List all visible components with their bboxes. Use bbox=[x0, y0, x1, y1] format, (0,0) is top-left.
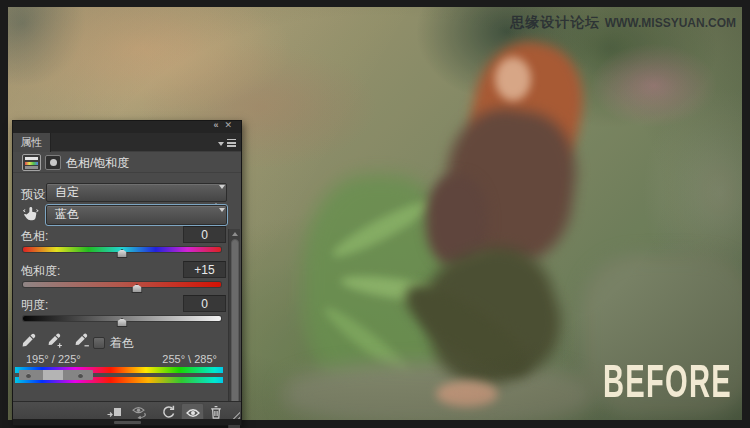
hue-spectrum-bars bbox=[15, 367, 223, 383]
menu-triangle-icon bbox=[218, 142, 224, 146]
panel-toolbar bbox=[13, 401, 241, 421]
screenshot-root: 思缘设计论坛 WWW.MISSYUAN.COM BEFORE «✕ 属性 色相/… bbox=[0, 0, 750, 428]
subtract-eyedropper-icon[interactable] bbox=[74, 333, 92, 352]
lightness-label: 明度: bbox=[21, 297, 48, 314]
panel-header: 色相/饱和度 bbox=[13, 152, 241, 173]
before-label: BEFORE bbox=[603, 357, 732, 404]
watermark: 思缘设计论坛 WWW.MISSYUAN.COM bbox=[510, 13, 736, 32]
hue-value-field[interactable]: 0 bbox=[183, 226, 226, 243]
saturation-value-field[interactable]: +15 bbox=[183, 261, 226, 278]
menu-lines-icon bbox=[227, 139, 236, 148]
colorize-checkbox[interactable] bbox=[93, 337, 105, 349]
saturation-slider-thumb[interactable] bbox=[131, 284, 142, 293]
panel-bottom-strip bbox=[13, 419, 241, 425]
scroll-up-icon[interactable] bbox=[232, 232, 238, 236]
hue-saturation-adjustment-icon bbox=[22, 154, 41, 171]
panel-title: 色相/饱和度 bbox=[66, 155, 129, 172]
preset-label: 预设: bbox=[21, 186, 48, 203]
targeted-adjustment-hand-icon[interactable] bbox=[22, 206, 40, 226]
colorize-label: 着色 bbox=[110, 335, 134, 352]
hue-range-readouts: 195° / 225° 255° \ 285° bbox=[26, 353, 217, 365]
hue-range-inner-band[interactable] bbox=[43, 370, 63, 380]
channel-value: 蓝色 bbox=[55, 207, 79, 221]
panel-tab-bar: 属性 bbox=[13, 133, 241, 152]
hue-range-slider[interactable] bbox=[19, 370, 93, 380]
hue-slider-thumb[interactable] bbox=[117, 249, 128, 258]
range-left-values: 195° / 225° bbox=[26, 353, 81, 365]
eyedropper-icon[interactable] bbox=[21, 333, 39, 352]
tab-properties[interactable]: 属性 bbox=[13, 133, 51, 152]
add-eyedropper-icon[interactable] bbox=[47, 333, 65, 352]
panel-title-strip: «✕ bbox=[13, 121, 241, 133]
saturation-label: 饱和度: bbox=[21, 263, 60, 280]
range-handle-left[interactable] bbox=[26, 373, 31, 378]
layer-mask-icon[interactable] bbox=[45, 155, 61, 170]
panel-drag-handle[interactable] bbox=[114, 421, 141, 424]
panel-scrollbar[interactable] bbox=[228, 229, 240, 428]
preset-value: 自定 bbox=[55, 185, 79, 199]
range-handle-right[interactable] bbox=[78, 373, 83, 378]
panel-body: 预设: 自定 蓝色 色相: 0 bbox=[13, 173, 241, 401]
preset-dropdown[interactable]: 自定 bbox=[46, 183, 227, 202]
hue-label: 色相: bbox=[21, 228, 48, 245]
saturation-slider-track[interactable] bbox=[23, 282, 221, 287]
close-icon[interactable]: ✕ bbox=[224, 120, 238, 130]
hue-slider-track[interactable] bbox=[23, 247, 221, 252]
watermark-site-url: WWW.MISSYUAN.COM bbox=[605, 16, 736, 30]
properties-panel: «✕ 属性 色相/饱和度 预设: 自定 bbox=[12, 120, 242, 426]
eyedropper-row bbox=[21, 333, 97, 351]
lightness-value-field[interactable]: 0 bbox=[183, 295, 226, 312]
panel-window-controls: «✕ bbox=[213, 120, 238, 130]
watermark-site-name: 思缘设计论坛 bbox=[510, 14, 600, 30]
panel-menu-icon[interactable] bbox=[218, 139, 236, 148]
chevron-up-down-icon bbox=[213, 188, 220, 205]
lightness-slider-thumb[interactable] bbox=[117, 318, 128, 327]
eye-icon bbox=[186, 408, 200, 418]
channel-dropdown[interactable]: 蓝色 bbox=[46, 205, 227, 225]
range-right-values: 255° \ 285° bbox=[162, 353, 217, 365]
scrollbar-thumb[interactable] bbox=[231, 239, 239, 407]
lightness-slider-track[interactable] bbox=[23, 316, 221, 321]
collapse-icon[interactable]: « bbox=[213, 120, 224, 130]
